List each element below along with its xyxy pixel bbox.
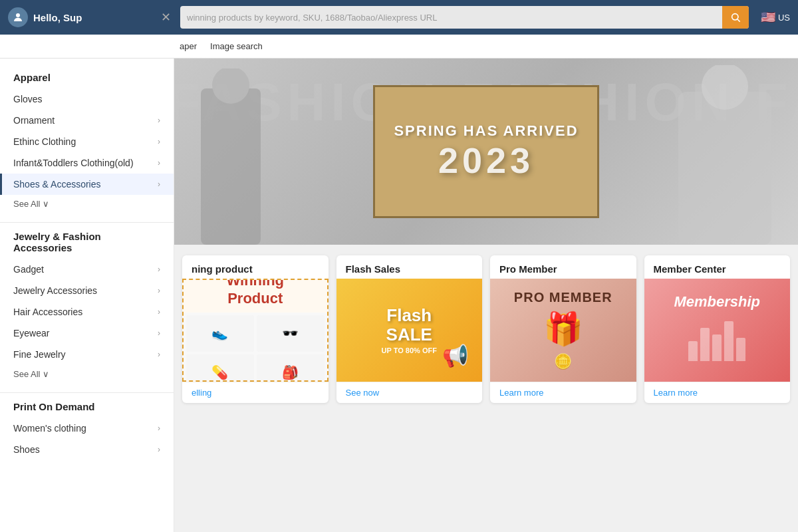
search-placeholder-text: winning products by keyword, SKU, 1688/T… — [187, 13, 722, 23]
banner-year: 2023 — [438, 140, 534, 181]
sidebar-item-fine-jewelry[interactable]: Fine Jewelry › — [0, 344, 174, 365]
sidebar-item-label: Shoes & Accessories — [13, 179, 101, 190]
hero-banner: FASHION FASHION FASH SPRING HAS ARRIVED … — [174, 59, 798, 245]
member-center-card: Member Center Membership Learn more — [644, 255, 791, 403]
section-pod-title: Print On Demand — [0, 397, 174, 418]
sidebar-item-infant-clothing[interactable]: Infant&Toddlers Clothing(old) › — [0, 152, 174, 174]
winning-product-card: ning product WinningProduct 👟 🕶️ 💊 � — [182, 255, 329, 403]
mini-product-3: 💊 — [186, 354, 254, 382]
sidebar-item-womens-clothing[interactable]: Women's clothing › — [0, 418, 174, 439]
search-bar[interactable]: winning products by keyword, SKU, 1688/T… — [180, 6, 749, 29]
member-center-image: Membership — [644, 279, 791, 382]
sidebar-item-label: Fine Jewelry — [13, 349, 66, 360]
chevron-right-icon: › — [158, 180, 160, 189]
sidebar-item-gadget[interactable]: Gadget › — [0, 259, 174, 280]
section-apparel-title: Apparel — [0, 68, 174, 88]
search-button[interactable] — [722, 6, 749, 29]
section-jewelry-title: Jewelry & Fashion Accessories — [0, 227, 174, 259]
close-icon[interactable]: ✕ — [161, 10, 171, 25]
sidebar-item-ornament[interactable]: Ornament › — [0, 110, 174, 131]
sidebar-item-label: Infant&Toddlers Clothing(old) — [13, 158, 134, 168]
banner-promo-box: SPRING HAS ARRIVED 2023 — [373, 85, 599, 218]
chevron-right-icon: › — [158, 265, 160, 274]
gift-icon: 🎁 — [543, 311, 583, 348]
svg-point-0 — [16, 13, 20, 17]
chevron-right-icon: › — [158, 445, 160, 454]
sidebar-item-ethnic-clothing[interactable]: Ethinc Clothing › — [0, 131, 174, 152]
coin-icon: 🪙 — [554, 353, 572, 370]
flash-sale-label: FlashSALE — [386, 306, 432, 344]
sidebar-item-label: Shoes — [13, 444, 40, 455]
flash-sales-header: Flash Sales — [336, 255, 483, 279]
sidebar-item-hair-accessories[interactable]: Hair Accessories › — [0, 301, 174, 323]
flash-sales-footer[interactable]: See now — [336, 382, 483, 403]
svg-rect-5 — [678, 92, 771, 245]
membership-label: Membership — [674, 293, 760, 311]
pro-member-label: PRO MEMBER — [514, 290, 612, 305]
chevron-right-icon: › — [158, 158, 160, 168]
sidebar-item-label: Eyewear — [13, 328, 49, 338]
banner-person-right — [658, 65, 791, 245]
main-content: FASHION FASHION FASH SPRING HAS ARRIVED … — [174, 59, 798, 532]
flash-sales-image: FlashSALE UP TO 80% OFF 📢 — [336, 279, 483, 382]
member-center-footer[interactable]: Learn more — [644, 382, 791, 403]
mini-product-2: 🕶️ — [257, 315, 325, 352]
tab-paper[interactable]: aper — [180, 41, 197, 51]
chevron-right-icon: › — [158, 350, 160, 359]
see-all-label: See All — [13, 199, 40, 209]
sidebar-item-shoes[interactable]: Shoes › — [0, 439, 174, 460]
svg-point-6 — [702, 65, 748, 110]
svg-rect-3 — [201, 88, 261, 245]
apparel-see-all[interactable]: See All ∨ — [0, 195, 174, 218]
tab-image-search[interactable]: Image search — [210, 41, 263, 51]
chevron-right-icon: › — [158, 286, 160, 295]
chevron-down-icon: ∨ — [43, 199, 49, 209]
main-layout: Apparel Gloves Ornament › Ethinc Clothin… — [0, 59, 798, 532]
user-greeting-container: Hello, Sup — [8, 7, 154, 27]
megaphone-icon: 📢 — [442, 343, 469, 368]
sidebar-item-gloves[interactable]: Gloves — [0, 88, 174, 110]
chevron-right-icon: › — [158, 116, 160, 125]
flash-sales-card: Flash Sales FlashSALE UP TO 80% OFF 📢 Se… — [336, 255, 483, 403]
winning-product-header: ning product — [182, 255, 329, 279]
sidebar-item-label: Ethinc Clothing — [13, 136, 76, 147]
member-center-header: Member Center — [644, 255, 791, 279]
winning-product-image: WinningProduct 👟 🕶️ 💊 🎒 — [182, 279, 329, 382]
mini-product-1: 👟 — [186, 315, 254, 352]
sidebar-item-label: Women's clothing — [13, 423, 86, 434]
mini-product-4: 🎒 — [257, 354, 325, 382]
sidebar-divider-1 — [0, 222, 174, 223]
sidebar-item-label: Hair Accessories — [13, 307, 82, 317]
pro-member-footer[interactable]: Learn more — [490, 382, 636, 403]
sidebar-item-label: Ornament — [13, 115, 55, 126]
sidebar-item-eyewear[interactable]: Eyewear › — [0, 323, 174, 344]
user-greeting-text: Hello, Sup — [33, 12, 82, 23]
avatar — [8, 7, 28, 27]
chevron-down-icon: ∨ — [43, 369, 49, 379]
chevron-right-icon: › — [158, 424, 160, 433]
flash-sale-sublabel: UP TO 80% OFF — [382, 346, 437, 354]
chevron-right-icon: › — [158, 137, 160, 146]
winning-product-label: WinningProduct — [189, 279, 322, 307]
svg-point-1 — [732, 14, 738, 20]
banner-title: SPRING HAS ARRIVED — [394, 122, 578, 140]
app-header: Hello, Sup ✕ winning products by keyword… — [0, 0, 798, 35]
country-code: US — [778, 13, 790, 23]
jewelry-see-all[interactable]: See All ∨ — [0, 365, 174, 388]
country-flag: 🇺🇸 US — [761, 10, 790, 25]
flag-emoji: 🇺🇸 — [761, 10, 775, 25]
pro-member-image: PRO MEMBER 🎁 🪙 — [490, 279, 636, 382]
pro-member-header: Pro Member — [490, 255, 636, 279]
pro-member-card: Pro Member PRO MEMBER 🎁 🪙 Learn more — [490, 255, 636, 403]
banner-person-left — [174, 68, 287, 245]
see-all-label: See All — [13, 369, 40, 379]
cards-section: ning product WinningProduct 👟 🕶️ 💊 � — [174, 245, 798, 414]
sub-header: aper Image search — [0, 35, 798, 59]
sidebar: Apparel Gloves Ornament › Ethinc Clothin… — [0, 59, 174, 532]
mini-products-grid: 👟 🕶️ 💊 🎒 — [184, 313, 327, 382]
sidebar-item-shoes-accessories[interactable]: Shoes & Accessories › — [0, 174, 174, 195]
winning-product-footer[interactable]: elling — [182, 382, 329, 403]
chevron-right-icon: › — [158, 307, 160, 317]
sidebar-item-label: Jewelry Accessories — [13, 285, 97, 296]
sidebar-item-jewelry-accessories[interactable]: Jewelry Accessories › — [0, 280, 174, 301]
